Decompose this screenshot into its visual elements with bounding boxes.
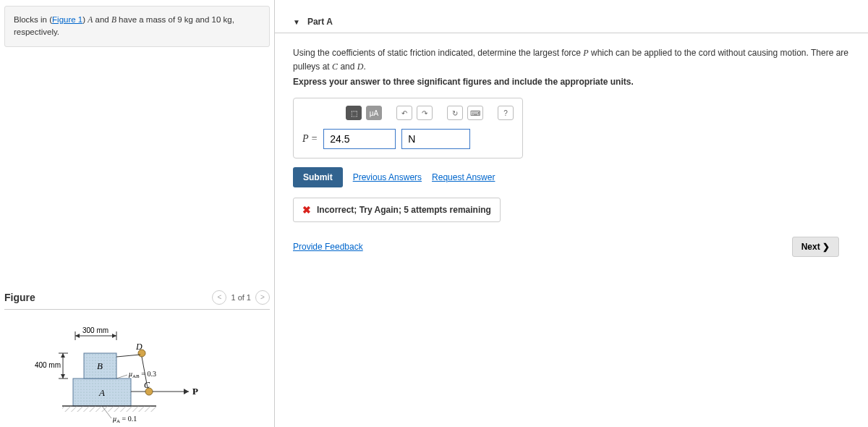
x-icon: ✖ <box>302 204 311 216</box>
problem-text-prefix: Blocks in ( <box>14 15 52 24</box>
next-button[interactable]: Next ❯ <box>792 237 839 257</box>
figure-diagram: A B D C P <box>48 324 270 428</box>
var-b: B <box>111 15 116 24</box>
answer-zone: ⬚ μA ↶ ↷ ↻ ⌨ ? P = <box>293 98 523 158</box>
redo-button[interactable]: ↷ <box>417 106 433 120</box>
part-header[interactable]: ▼ Part A <box>275 11 868 33</box>
svg-marker-23 <box>61 374 65 379</box>
svg-line-9 <box>116 355 140 357</box>
svg-rect-6 <box>62 406 156 412</box>
value-input[interactable] <box>323 129 396 149</box>
caret-down-icon: ▼ <box>293 18 300 26</box>
figure-prev-button[interactable]: < <box>212 290 226 305</box>
problem-statement: Blocks in (Figure 1) A and B have a mass… <box>4 6 270 47</box>
provide-feedback-link[interactable]: Provide Feedback <box>293 242 363 252</box>
figure-section: Figure < 1 of 1 > <box>0 286 274 428</box>
undo-button[interactable]: ↶ <box>396 106 412 120</box>
previous-answers-link[interactable]: Previous Answers <box>353 172 422 182</box>
request-answer-link[interactable]: Request Answer <box>432 172 495 182</box>
dim-left: 400 mm <box>35 361 61 369</box>
and1: and <box>93 15 111 24</box>
label-a: A <box>98 387 105 398</box>
svg-marker-17 <box>75 334 80 338</box>
label-p: P <box>192 386 198 397</box>
part-title: Part A <box>307 17 333 27</box>
figure-link[interactable]: Figure 1 <box>52 15 82 24</box>
templates-button[interactable]: ⬚ <box>346 106 362 120</box>
svg-line-24 <box>116 375 127 379</box>
figure-nav-text: 1 of 1 <box>231 293 251 302</box>
label-d: D <box>135 342 142 352</box>
submit-button[interactable]: Submit <box>293 167 343 187</box>
keyboard-button[interactable]: ⌨ <box>467 106 483 120</box>
dim-top: 300 mm <box>82 326 109 334</box>
label-b: B <box>97 360 103 371</box>
svg-marker-13 <box>184 389 189 394</box>
reset-button[interactable]: ↻ <box>447 106 463 120</box>
help-button[interactable]: ? <box>498 106 514 120</box>
feedback-box: ✖ Incorrect; Try Again; 5 attempts remai… <box>293 198 501 222</box>
svg-text:μAB = 0.3: μAB = 0.3 <box>128 370 156 379</box>
feedback-text: Incorrect; Try Again; 5 attempts remaini… <box>317 205 491 215</box>
svg-marker-22 <box>61 353 65 358</box>
instruction-2: Express your answer to three significant… <box>293 77 850 87</box>
mu-a-button[interactable]: μA <box>366 106 382 120</box>
var-label: P = <box>302 133 318 145</box>
svg-text:μA = 0.1: μA = 0.1 <box>112 415 137 424</box>
svg-marker-18 <box>112 334 116 338</box>
figure-next-button[interactable]: > <box>255 290 270 305</box>
unit-input[interactable] <box>401 129 470 149</box>
instruction-1: Using the coefficients of static frictio… <box>293 46 850 74</box>
figure-title: Figure <box>4 292 35 303</box>
